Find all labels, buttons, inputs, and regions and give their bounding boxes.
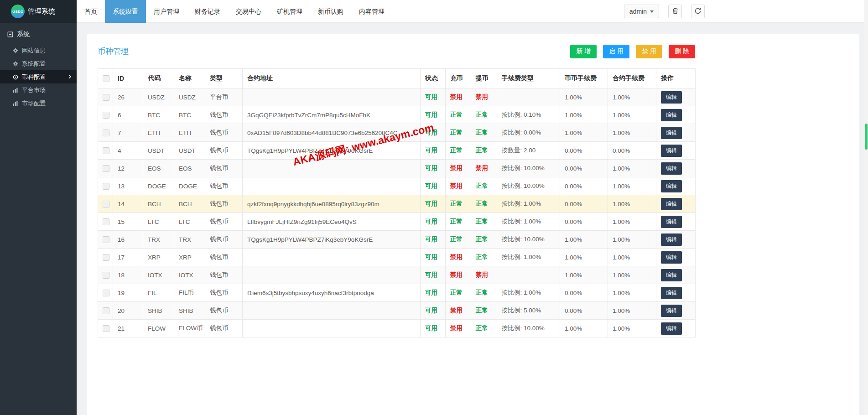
table-row: 20SHIBSHIB钱包币可用禁用正常按比例: 5.00%0.00%1.00%编…: [98, 302, 696, 320]
minus-square-icon: [7, 31, 13, 37]
cell-code: TRX: [143, 231, 174, 249]
cell-fee-type: 按比例: 10.00%: [497, 160, 560, 177]
row-checkbox[interactable]: [103, 325, 109, 332]
row-checkbox[interactable]: [103, 218, 109, 225]
cell-coin-fee: 1.00%: [560, 106, 608, 124]
row-checkbox[interactable]: [103, 236, 109, 243]
nav-item[interactable]: 交易中心: [228, 0, 269, 23]
sidebar-item[interactable]: 市场配置: [0, 97, 77, 110]
sidebar-item[interactable]: 网站信息: [0, 44, 77, 57]
cell-withdraw: 禁用: [471, 266, 497, 284]
cell-type: 钱包币: [205, 249, 243, 266]
cell-id: 21: [113, 320, 143, 337]
cell-coin-fee: 0.00%: [560, 142, 608, 160]
sidebar-item[interactable]: 币种配置: [0, 70, 77, 83]
edit-button[interactable]: 编辑: [661, 322, 682, 335]
status-badge: 正常: [476, 147, 488, 154]
status-badge: 正常: [450, 200, 463, 207]
cell-fee-type: 按比例: 1.00%: [497, 249, 560, 266]
status-badge: 禁用: [476, 165, 488, 171]
cell-id: 18: [113, 266, 143, 284]
row-checkbox[interactable]: [103, 94, 109, 101]
cell-id: 17: [113, 249, 143, 266]
add-button[interactable]: 新 增: [570, 45, 597, 58]
cell-actions: 编辑: [656, 231, 696, 249]
nav-item[interactable]: 新币认购: [310, 0, 351, 23]
cell-id: 4: [113, 142, 143, 160]
delete-button[interactable]: 删 除: [669, 45, 695, 58]
cell-contract-fee: 1.00%: [608, 284, 656, 302]
sidebar-section-system[interactable]: 系统: [0, 23, 77, 44]
cell-contract-address: [243, 88, 421, 106]
row-checkbox[interactable]: [103, 307, 109, 314]
sidebar-item[interactable]: 系统配置: [0, 57, 77, 70]
nav-item[interactable]: 用户管理: [146, 0, 187, 23]
edit-button[interactable]: 编辑: [661, 127, 682, 139]
cell-status: 可用: [421, 106, 446, 124]
content-area: 币种管理 新 增启 用禁 用删 除 ID代码名称类型合约地址状态充币提币手续费类…: [77, 23, 868, 415]
edit-button[interactable]: 编辑: [661, 91, 682, 104]
cell-code: USDT: [143, 142, 174, 160]
cell-id: 16: [113, 231, 143, 249]
table-row: 21FLOWFLOW币钱包币可用禁用正常按比例: 10.00%1.00%1.00…: [98, 320, 696, 337]
refresh-button[interactable]: [691, 5, 705, 18]
table-row: 14BCHBCH钱包币qzkf2fxnq9pnygkkdhqhj6ue0895r…: [98, 195, 696, 213]
cell-type: 钱包币: [205, 302, 243, 320]
edit-button[interactable]: 编辑: [661, 287, 682, 299]
sidebar-items: 网站信息系统配置币种配置平台市场市场配置: [0, 44, 77, 110]
row-checkbox[interactable]: [103, 272, 109, 279]
scrollbar-track: [864, 0, 868, 415]
trash-button[interactable]: [668, 5, 682, 18]
status-badge: 正常: [450, 147, 463, 154]
edit-button[interactable]: 编辑: [661, 269, 682, 281]
edit-button[interactable]: 编辑: [661, 198, 682, 210]
nav-item[interactable]: 财务记录: [187, 0, 228, 23]
edit-button[interactable]: 编辑: [661, 251, 682, 264]
edit-button[interactable]: 编辑: [661, 145, 682, 157]
edit-button[interactable]: 编辑: [661, 305, 682, 317]
nav-item[interactable]: 首页: [77, 0, 105, 23]
status-badge: 可用: [425, 93, 437, 100]
nav-item[interactable]: 内容管理: [351, 0, 392, 23]
status-badge: 正常: [476, 254, 488, 260]
coin-management-card: 币种管理 新 增启 用禁 用删 除 ID代码名称类型合约地址状态充币提币手续费类…: [87, 34, 859, 415]
page-title: 币种管理: [98, 46, 129, 57]
row-checkbox[interactable]: [103, 183, 109, 190]
enable-button[interactable]: 启 用: [603, 45, 629, 58]
edit-button[interactable]: 编辑: [661, 162, 682, 175]
status-badge: 可用: [425, 325, 437, 332]
cell-withdraw: 正常: [471, 142, 497, 160]
row-checkbox-cell: [98, 231, 113, 249]
disable-button[interactable]: 禁 用: [636, 45, 662, 58]
cell-contract-address: 3GqGQEi23kfprbTvZrCm7mP8qu5cHMoFhK: [243, 106, 421, 124]
cell-withdraw: 正常: [471, 320, 497, 337]
cell-deposit: 禁用: [446, 160, 471, 177]
edit-button[interactable]: 编辑: [661, 109, 682, 121]
scrollbar-thumb[interactable]: [865, 124, 868, 150]
admin-username: admin: [629, 8, 647, 15]
edit-button[interactable]: 编辑: [661, 180, 682, 192]
row-checkbox[interactable]: [103, 147, 109, 154]
table-row: 19FILFIL币钱包币f1iem6s3j5tbysbhpsuxy4uxyh6n…: [98, 284, 696, 302]
row-checkbox[interactable]: [103, 290, 109, 296]
brand-logo: USDZ 管理系统: [0, 0, 77, 23]
chart-icon: [12, 88, 18, 93]
row-checkbox[interactable]: [103, 254, 109, 261]
edit-button[interactable]: 编辑: [661, 216, 682, 228]
row-checkbox[interactable]: [103, 201, 109, 208]
row-checkbox[interactable]: [103, 165, 109, 172]
admin-dropdown[interactable]: admin: [624, 5, 659, 18]
status-badge: 正常: [476, 307, 488, 314]
cell-withdraw: 正常: [471, 213, 497, 231]
cell-contract-address: f1iem6s3j5tbysbhpsuxy4uxyh6nacf3rbtpnodg…: [243, 284, 421, 302]
row-checkbox[interactable]: [103, 130, 109, 136]
cell-deposit: 正常: [446, 106, 471, 124]
cell-withdraw: 正常: [471, 284, 497, 302]
nav-item[interactable]: 矿机管理: [269, 0, 310, 23]
cell-contract-fee: 1.00%: [608, 88, 656, 106]
edit-button[interactable]: 编辑: [661, 233, 682, 246]
sidebar-item[interactable]: 平台市场: [0, 83, 77, 97]
row-checkbox[interactable]: [103, 112, 109, 119]
select-all-checkbox[interactable]: [103, 75, 109, 82]
nav-item[interactable]: 系统设置: [105, 0, 146, 23]
